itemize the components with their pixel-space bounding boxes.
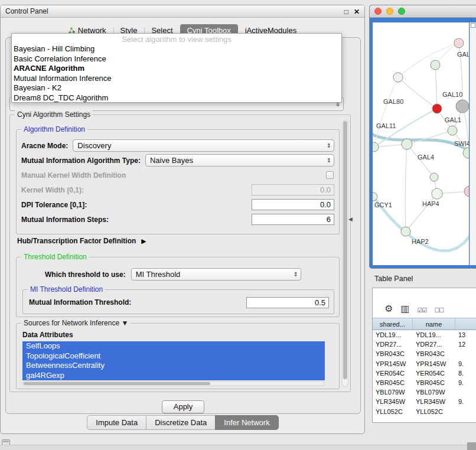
network-edge[interactable]	[398, 77, 437, 109]
network-edge[interactable]	[398, 43, 459, 77]
combo-arrows-icon: ⇕	[291, 271, 301, 278]
combo-value: MI Threshold	[136, 270, 291, 279]
scrollbar-thumb[interactable]	[24, 382, 210, 385]
scrollbar-box[interactable]	[471, 23, 475, 28]
settings-scrollbar[interactable]	[342, 120, 348, 387]
list-item[interactable]: TopologicalCoefficient	[22, 351, 325, 361]
group-title: Threshold Definition	[21, 253, 89, 261]
dpi-tolerance-input[interactable]	[252, 199, 334, 210]
aracne-mode-label: Aracne Mode:	[21, 142, 68, 150]
bottom-tabs: Impute Data Discretize Data Infer Networ…	[1, 415, 364, 430]
deselect-all-icon[interactable]: ☐☐	[434, 308, 444, 314]
network-node[interactable]	[431, 60, 440, 70]
network-node[interactable]	[393, 73, 403, 82]
columns-icon[interactable]: ▥	[400, 304, 409, 314]
popup-item[interactable]: Bayesian - Hill Climbing	[12, 44, 341, 54]
control-panel-window: Control Panel □ ✕ Network Style Select C…	[0, 5, 365, 434]
network-edge[interactable]	[406, 194, 437, 231]
hub-definition-toggle[interactable]: Hub/Transcription Factor Definition ▶	[17, 237, 146, 245]
network-node[interactable]	[448, 126, 457, 135]
network-node[interactable]	[430, 173, 438, 181]
sources-toggle[interactable]: Sources for Network Inference ▼	[21, 319, 131, 327]
list-item[interactable]: BetweennessCentrality	[22, 361, 325, 371]
network-node[interactable]	[402, 139, 412, 149]
minimize-button[interactable]	[386, 8, 393, 15]
column-header-name[interactable]: name	[413, 318, 455, 330]
mi-type-combo[interactable]: Naive Bayes ⇕	[145, 154, 334, 167]
table-row[interactable]: YER054CYER054C8.	[373, 369, 476, 378]
apply-button[interactable]: Apply	[162, 400, 204, 413]
table-row[interactable]: YLL052CYLL052C	[373, 407, 476, 416]
threshold-definition-group: Threshold Definition Which threshold to …	[16, 257, 340, 317]
popup-item[interactable]: Basic Correlation Inference	[12, 54, 341, 64]
network-node[interactable]	[401, 227, 410, 236]
sources-title: Sources for Network Inference	[24, 319, 119, 327]
network-node[interactable]	[373, 142, 379, 152]
table-row[interactable]: YLR345WYLR345W9.	[373, 397, 476, 406]
table-row[interactable]: YDL19...YDL19...13	[373, 330, 476, 340]
tab-discretize-data[interactable]: Discretize Data	[146, 415, 216, 430]
network-edge[interactable]	[407, 144, 434, 177]
network-canvas[interactable]: GAL80GALGAL10GAL11GAL1SWI4GAL4GCY1HAP4YH…	[373, 22, 469, 265]
combo-arrows-icon: ⇕	[324, 142, 334, 149]
group-title: Algorithm Definition	[21, 125, 87, 133]
resize-grip	[467, 442, 476, 450]
network-node[interactable]	[432, 188, 442, 199]
icon-detail	[3, 441, 9, 442]
popup-item-selected[interactable]: ARACNE Algorithm	[12, 64, 341, 74]
table-row[interactable]: YPR145WYPR145W9.	[373, 359, 476, 369]
mi-threshold-input[interactable]	[246, 297, 329, 308]
list-item[interactable]: SelfLoops	[22, 341, 325, 351]
network-scrollbar[interactable]	[470, 22, 476, 265]
network-node[interactable]	[432, 104, 442, 113]
table-row[interactable]: YBL079WYBL079W	[373, 387, 476, 397]
popup-item[interactable]: Bayesian - K2	[12, 83, 341, 93]
popup-item[interactable]: Dream8 DC_TDC Algorithm	[12, 93, 341, 103]
network-edge[interactable]	[435, 65, 437, 109]
table-panel-window: ⚙ ▥ ☑☑ ☐☐ shared... name YDL19...YDL19..…	[372, 288, 476, 423]
mi-threshold-label: Mutual Information Threshold:	[29, 298, 131, 306]
tab-infer-network[interactable]: Infer Network	[215, 415, 278, 430]
close-button[interactable]	[374, 8, 382, 15]
list-hscrollbar[interactable]	[22, 381, 325, 386]
table-row[interactable]: YBR045CYBR045C9.	[373, 378, 476, 387]
manual-kernel-label: Manual Kernel Width Definition	[21, 171, 126, 180]
select-all-icon[interactable]: ☑☑	[417, 308, 426, 314]
aracne-mode-combo[interactable]: Discovery ⇕	[73, 139, 334, 152]
dpi-tolerance-label: DPI Tolerance [0,1]:	[21, 201, 87, 209]
tab-impute-data[interactable]: Impute Data	[87, 415, 146, 430]
network-node[interactable]	[456, 100, 469, 113]
network-view-window: GAL80GALGAL10GAL11GAL1SWI4GAL4GCY1HAP4YH…	[369, 5, 476, 269]
list-item[interactable]: gal4RGexp	[22, 371, 325, 381]
table-rows: YDL19...YDL19...13 YDR27...YDR27...12 YB…	[373, 330, 476, 416]
scrollbar-thumb[interactable]	[343, 121, 347, 379]
gear-icon[interactable]: ⚙	[384, 304, 393, 314]
network-titlebar	[370, 5, 476, 18]
which-threshold-combo[interactable]: MI Threshold ⇕	[131, 268, 301, 281]
group-title: Cyni Algorithm Settings	[15, 110, 93, 119]
manual-kernel-row: Manual Kernel Width Definition	[20, 168, 335, 182]
network-node[interactable]	[454, 38, 464, 48]
table-row[interactable]: YBR043CYBR043C	[373, 349, 476, 358]
network-node-label: GAL11	[376, 122, 396, 129]
combo-value: Naive Bayes	[150, 156, 324, 165]
column-header-shared-name[interactable]: shared...	[373, 318, 413, 330]
sources-group: Sources for Network Inference ▼ Data Att…	[16, 323, 340, 389]
network-frame: GAL80GALGAL10GAL11GAL1SWI4GAL4GCY1HAP4YH…	[370, 18, 476, 268]
close-icon[interactable]: ✕	[354, 8, 360, 15]
mi-steps-input[interactable]	[252, 214, 334, 225]
zoom-button[interactable]	[398, 8, 405, 15]
network-node-label: GAL1	[445, 116, 461, 123]
group-title: MI Threshold Definition	[28, 285, 105, 294]
network-edge[interactable]	[405, 144, 407, 231]
aracne-mode-row: Aracne Mode: Discovery ⇕	[20, 138, 335, 153]
manual-kernel-checkbox[interactable]	[326, 171, 334, 179]
column-header-extra[interactable]	[455, 318, 476, 330]
panel-collapse-arrow[interactable]: ◀	[348, 216, 353, 222]
float-window-icon[interactable]: □	[344, 8, 348, 15]
network-node[interactable]	[464, 186, 469, 197]
mi-steps-label: Mutual Information Steps:	[21, 216, 109, 224]
popup-item[interactable]: Mutual Information Inference	[12, 74, 341, 84]
mi-steps-row: Mutual Information Steps:	[20, 212, 335, 227]
table-row[interactable]: YDR27...YDR27...12	[373, 340, 476, 349]
